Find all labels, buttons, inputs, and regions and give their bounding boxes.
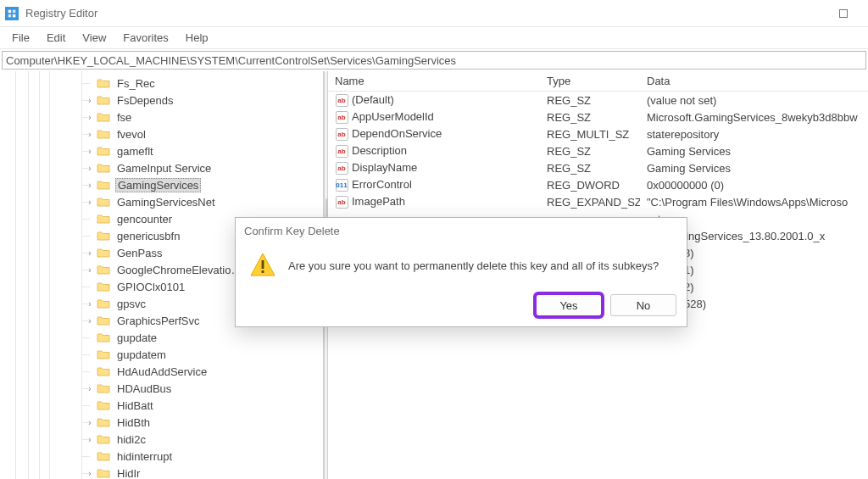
folder-icon	[97, 162, 110, 174]
folder-icon	[97, 111, 110, 123]
folder-icon	[97, 365, 110, 377]
column-type[interactable]: Type	[540, 75, 640, 87]
column-name[interactable]: Name	[328, 75, 540, 87]
value-type: REG_DWORD	[547, 179, 620, 192]
folder-icon	[97, 315, 110, 326]
yes-button[interactable]: Yes	[536, 294, 602, 316]
maximize-button[interactable]	[824, 0, 863, 27]
folder-icon	[97, 281, 110, 292]
folder-icon	[97, 298, 110, 309]
tree-item-label: hidinterrupt	[115, 450, 174, 463]
tree-item[interactable]: ›GamingServices	[85, 176, 323, 193]
value-name: DependOnService	[352, 127, 442, 140]
value-data: Gaming Services	[647, 145, 731, 158]
tree-item-label: gpsvc	[115, 298, 147, 310]
value-row[interactable]: ab(Default)REG_SZ(value not set)	[328, 92, 868, 109]
tree-item[interactable]: ›hidi2c	[85, 431, 323, 448]
string-value-icon: ab	[335, 161, 348, 175]
svg-rect-7	[262, 270, 264, 273]
tree-item-label: FsDepends	[115, 94, 175, 107]
no-button[interactable]: No	[610, 294, 676, 316]
folder-icon	[97, 467, 110, 479]
value-name: ErrorControl	[352, 178, 412, 191]
value-row[interactable]: abImagePathREG_EXPAND_SZ"C:\Program File…	[328, 193, 868, 210]
menu-favorites[interactable]: Favorites	[114, 29, 176, 47]
menubar: File Edit View Favorites Help	[0, 27, 868, 49]
value-data: Gaming Services	[647, 162, 731, 175]
folder-icon	[97, 247, 110, 259]
tree-item[interactable]: ›gameflt	[85, 142, 323, 159]
folder-icon	[97, 179, 110, 191]
tree-item-label: gupdatem	[115, 348, 168, 361]
regedit-app-icon	[5, 7, 19, 20]
value-data: "C:\Program Files\WindowsApps\Microso	[647, 196, 848, 209]
confirm-delete-dialog: Confirm Key Delete Are you sure you want…	[235, 217, 687, 327]
value-row[interactable]: abAppUserModelIdREG_SZMicrosoft.GamingSe…	[328, 109, 868, 125]
value-type: REG_MULTI_SZ	[547, 128, 629, 141]
value-name: AppUserModelId	[352, 110, 434, 123]
tree-item-label: GoogleChromeElevatio…	[115, 264, 243, 276]
tree-item[interactable]: ›HidBth	[85, 414, 323, 431]
value-row[interactable]: abDisplayNameREG_SZGaming Services	[328, 159, 868, 176]
value-name: ImagePath	[352, 195, 405, 208]
folder-icon	[97, 128, 110, 140]
value-type: REG_SZ	[547, 145, 591, 158]
menu-file[interactable]: File	[3, 29, 38, 47]
value-name: (Default)	[352, 93, 394, 106]
tree-item[interactable]: ›fvevol	[85, 125, 323, 142]
folder-icon	[97, 382, 110, 394]
tree-item[interactable]: hidinterrupt	[85, 448, 323, 465]
folder-icon	[97, 94, 110, 106]
tree-item[interactable]: ›HDAudBus	[85, 380, 323, 397]
value-type: REG_SZ	[547, 162, 591, 175]
menu-view[interactable]: View	[74, 29, 114, 47]
warning-icon	[249, 252, 276, 279]
svg-rect-1	[8, 9, 12, 13]
tree-item[interactable]: gupdatem	[85, 346, 323, 363]
folder-icon	[97, 145, 110, 157]
svg-rect-4	[13, 14, 16, 17]
tree-item[interactable]: ›FsDepends	[85, 92, 323, 109]
tree-item[interactable]: ›GameInput Service	[85, 159, 323, 176]
value-type: REG_SZ	[547, 111, 591, 124]
string-value-icon: ab	[335, 195, 348, 209]
tree-item[interactable]: ›GamingServicesNet	[85, 193, 323, 210]
folder-icon	[97, 264, 110, 276]
tree-item-label: fvevol	[115, 128, 147, 141]
binary-value-icon: 011	[335, 178, 348, 192]
tree-item[interactable]: gupdate	[85, 329, 323, 346]
tree-item-label: HdAudAddService	[115, 365, 209, 378]
value-row[interactable]: abDescriptionREG_SZGaming Services	[328, 142, 868, 159]
tree-item[interactable]: ›fse	[85, 109, 323, 125]
folder-icon	[97, 433, 110, 445]
value-row[interactable]: abDependOnServiceREG_MULTI_SZstatereposi…	[328, 125, 868, 142]
svg-rect-3	[8, 14, 12, 17]
dialog-title: Confirm Key Delete	[236, 218, 687, 243]
value-name: DisplayName	[352, 161, 417, 174]
tree-item-label: gameflt	[115, 145, 155, 158]
address-bar[interactable]: Computer\HKEY_LOCAL_MACHINE\SYSTEM\Curre…	[2, 51, 866, 70]
tree-item-label: hidi2c	[115, 433, 147, 446]
titlebar: Registry Editor	[0, 0, 868, 27]
tree-item[interactable]: ›HidIr	[85, 465, 323, 479]
folder-icon	[97, 331, 110, 343]
folder-icon	[97, 399, 110, 411]
string-value-icon: ab	[335, 93, 348, 107]
folder-icon	[97, 230, 110, 242]
tree-item-label: HidBatt	[115, 399, 155, 412]
folder-icon	[97, 348, 110, 360]
string-value-icon: ab	[335, 144, 348, 158]
window-title: Registry Editor	[25, 7, 97, 19]
tree-item[interactable]: Fs_Rec	[85, 75, 323, 92]
value-row[interactable]: 011ErrorControlREG_DWORD0x00000000 (0)	[328, 176, 868, 193]
list-header: Name Type Data	[328, 71, 868, 92]
tree-item[interactable]: HdAudAddService	[85, 363, 323, 380]
tree-item-label: GamingServicesNet	[115, 196, 217, 209]
value-name: Description	[352, 144, 407, 157]
column-data[interactable]: Data	[640, 75, 868, 87]
value-data: 0x00000000 (0)	[647, 179, 724, 192]
folder-icon	[97, 213, 110, 225]
tree-item[interactable]: HidBatt	[85, 397, 323, 414]
menu-help[interactable]: Help	[177, 29, 217, 47]
menu-edit[interactable]: Edit	[38, 29, 74, 47]
